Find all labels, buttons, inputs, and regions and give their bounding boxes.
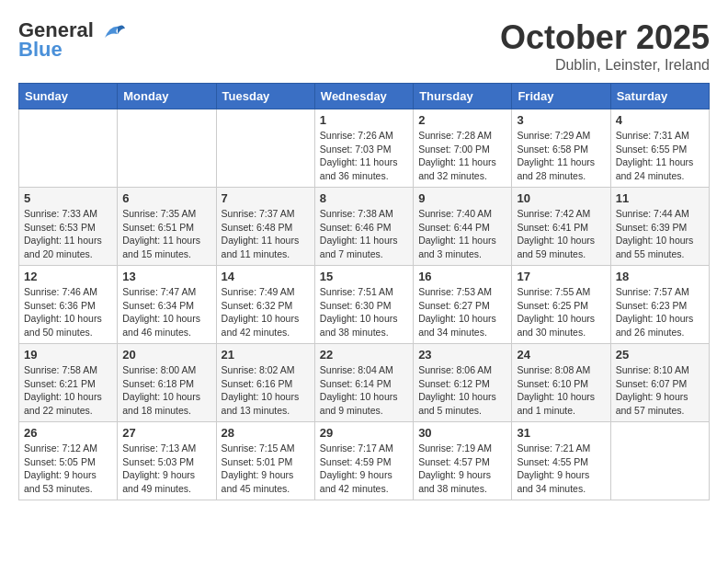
table-row: 3Sunrise: 7:29 AM Sunset: 6:58 PM Daylig… [512, 109, 610, 188]
day-number: 19 [24, 348, 112, 362]
day-info: Sunrise: 7:57 AM Sunset: 6:23 PM Dayligh… [616, 285, 704, 339]
day-info: Sunrise: 8:06 AM Sunset: 6:12 PM Dayligh… [418, 363, 506, 418]
table-row: 8Sunrise: 7:38 AM Sunset: 6:46 PM Daylig… [314, 188, 413, 266]
calendar-week-row: 1Sunrise: 7:26 AM Sunset: 7:03 PM Daylig… [19, 109, 710, 188]
logo-bird-icon [101, 21, 127, 41]
day-info: Sunrise: 7:55 AM Sunset: 6:25 PM Dayligh… [517, 285, 605, 339]
table-row: 7Sunrise: 7:37 AM Sunset: 6:48 PM Daylig… [216, 188, 314, 266]
day-number: 1 [320, 113, 408, 127]
day-number: 5 [24, 191, 112, 205]
day-number: 2 [418, 113, 506, 127]
weekday-header-row: Sunday Monday Tuesday Wednesday Thursday… [19, 84, 710, 109]
day-info: Sunrise: 7:44 AM Sunset: 6:39 PM Dayligh… [616, 207, 704, 261]
calendar-week-row: 12Sunrise: 7:46 AM Sunset: 6:36 PM Dayli… [19, 266, 710, 344]
table-row: 2Sunrise: 7:28 AM Sunset: 7:00 PM Daylig… [414, 109, 512, 188]
day-info: Sunrise: 7:15 AM Sunset: 5:01 PM Dayligh… [222, 442, 310, 496]
day-info: Sunrise: 7:51 AM Sunset: 6:30 PM Dayligh… [320, 285, 408, 339]
location-subtitle: Dublin, Leinster, Ireland [500, 57, 710, 74]
day-info: Sunrise: 7:40 AM Sunset: 6:44 PM Dayligh… [418, 207, 506, 261]
table-row: 14Sunrise: 7:49 AM Sunset: 6:32 PM Dayli… [216, 266, 314, 344]
table-row: 24Sunrise: 8:08 AM Sunset: 6:10 PM Dayli… [512, 344, 610, 422]
table-row [19, 109, 118, 188]
table-row: 13Sunrise: 7:47 AM Sunset: 6:34 PM Dayli… [118, 266, 216, 344]
day-info: Sunrise: 8:02 AM Sunset: 6:16 PM Dayligh… [222, 363, 310, 418]
table-row: 12Sunrise: 7:46 AM Sunset: 6:36 PM Dayli… [19, 266, 118, 344]
table-row: 20Sunrise: 8:00 AM Sunset: 6:18 PM Dayli… [118, 344, 216, 422]
header-monday: Monday [118, 84, 216, 109]
table-row: 17Sunrise: 7:55 AM Sunset: 6:25 PM Dayli… [512, 266, 610, 344]
header: General Blue October 2025 Dublin, Leinst… [18, 18, 710, 74]
day-number: 16 [418, 270, 506, 283]
header-saturday: Saturday [610, 84, 709, 109]
table-row: 9Sunrise: 7:40 AM Sunset: 6:44 PM Daylig… [414, 188, 512, 266]
day-info: Sunrise: 7:53 AM Sunset: 6:27 PM Dayligh… [418, 285, 506, 339]
day-number: 15 [320, 270, 408, 283]
table-row: 29Sunrise: 7:17 AM Sunset: 4:59 PM Dayli… [314, 422, 413, 500]
calendar-week-row: 5Sunrise: 7:33 AM Sunset: 6:53 PM Daylig… [19, 188, 710, 266]
table-row: 5Sunrise: 7:33 AM Sunset: 6:53 PM Daylig… [19, 188, 118, 266]
day-number: 20 [122, 348, 210, 362]
table-row: 22Sunrise: 8:04 AM Sunset: 6:14 PM Dayli… [314, 344, 413, 422]
day-info: Sunrise: 7:17 AM Sunset: 4:59 PM Dayligh… [320, 442, 408, 496]
day-info: Sunrise: 7:29 AM Sunset: 6:58 PM Dayligh… [517, 129, 605, 183]
day-info: Sunrise: 7:33 AM Sunset: 6:53 PM Dayligh… [24, 207, 112, 261]
day-number: 27 [122, 426, 210, 440]
day-number: 11 [616, 191, 704, 205]
day-number: 4 [616, 113, 704, 127]
day-info: Sunrise: 7:19 AM Sunset: 4:57 PM Dayligh… [418, 442, 506, 496]
calendar-table: Sunday Monday Tuesday Wednesday Thursday… [18, 83, 710, 500]
day-number: 9 [418, 191, 506, 205]
day-info: Sunrise: 7:38 AM Sunset: 6:46 PM Dayligh… [320, 207, 408, 261]
header-wednesday: Wednesday [314, 84, 413, 109]
day-number: 18 [616, 270, 704, 283]
table-row: 11Sunrise: 7:44 AM Sunset: 6:39 PM Dayli… [610, 188, 709, 266]
day-number: 30 [418, 426, 506, 440]
table-row: 1Sunrise: 7:26 AM Sunset: 7:03 PM Daylig… [314, 109, 413, 188]
header-friday: Friday [512, 84, 610, 109]
day-number: 24 [517, 348, 605, 362]
day-info: Sunrise: 8:10 AM Sunset: 6:07 PM Dayligh… [616, 363, 704, 418]
day-info: Sunrise: 7:49 AM Sunset: 6:32 PM Dayligh… [222, 285, 310, 339]
table-row: 31Sunrise: 7:21 AM Sunset: 4:55 PM Dayli… [512, 422, 610, 500]
table-row [216, 109, 314, 188]
table-row: 30Sunrise: 7:19 AM Sunset: 4:57 PM Dayli… [414, 422, 512, 500]
title-section: October 2025 Dublin, Leinster, Ireland [500, 18, 710, 74]
header-sunday: Sunday [19, 84, 118, 109]
table-row: 28Sunrise: 7:15 AM Sunset: 5:01 PM Dayli… [216, 422, 314, 500]
day-info: Sunrise: 7:26 AM Sunset: 7:03 PM Dayligh… [320, 129, 408, 183]
header-tuesday: Tuesday [216, 84, 314, 109]
day-info: Sunrise: 7:31 AM Sunset: 6:55 PM Dayligh… [616, 129, 704, 183]
day-info: Sunrise: 7:46 AM Sunset: 6:36 PM Dayligh… [24, 285, 112, 339]
day-number: 31 [517, 426, 605, 440]
table-row: 16Sunrise: 7:53 AM Sunset: 6:27 PM Dayli… [414, 266, 512, 344]
day-info: Sunrise: 7:42 AM Sunset: 6:41 PM Dayligh… [517, 207, 605, 261]
table-row: 15Sunrise: 7:51 AM Sunset: 6:30 PM Dayli… [314, 266, 413, 344]
table-row: 6Sunrise: 7:35 AM Sunset: 6:51 PM Daylig… [118, 188, 216, 266]
logo: General Blue [18, 18, 127, 62]
day-number: 17 [517, 270, 605, 283]
calendar-week-row: 19Sunrise: 7:58 AM Sunset: 6:21 PM Dayli… [19, 344, 710, 422]
day-number: 8 [320, 191, 408, 205]
day-info: Sunrise: 7:47 AM Sunset: 6:34 PM Dayligh… [122, 285, 210, 339]
day-info: Sunrise: 7:13 AM Sunset: 5:03 PM Dayligh… [122, 442, 210, 496]
day-info: Sunrise: 8:08 AM Sunset: 6:10 PM Dayligh… [517, 363, 605, 418]
day-number: 25 [616, 348, 704, 362]
day-number: 28 [222, 426, 310, 440]
table-row [610, 422, 709, 500]
day-info: Sunrise: 8:04 AM Sunset: 6:14 PM Dayligh… [320, 363, 408, 418]
day-number: 6 [122, 191, 210, 205]
day-number: 7 [222, 191, 310, 205]
table-row: 10Sunrise: 7:42 AM Sunset: 6:41 PM Dayli… [512, 188, 610, 266]
calendar-week-row: 26Sunrise: 7:12 AM Sunset: 5:05 PM Dayli… [19, 422, 710, 500]
day-number: 29 [320, 426, 408, 440]
day-number: 3 [517, 113, 605, 127]
day-info: Sunrise: 7:37 AM Sunset: 6:48 PM Dayligh… [222, 207, 310, 261]
table-row: 23Sunrise: 8:06 AM Sunset: 6:12 PM Dayli… [414, 344, 512, 422]
day-number: 23 [418, 348, 506, 362]
day-info: Sunrise: 7:21 AM Sunset: 4:55 PM Dayligh… [517, 442, 605, 496]
table-row: 4Sunrise: 7:31 AM Sunset: 6:55 PM Daylig… [610, 109, 709, 188]
day-number: 14 [222, 270, 310, 283]
day-info: Sunrise: 8:00 AM Sunset: 6:18 PM Dayligh… [122, 363, 210, 418]
day-number: 26 [24, 426, 112, 440]
table-row: 27Sunrise: 7:13 AM Sunset: 5:03 PM Dayli… [118, 422, 216, 500]
